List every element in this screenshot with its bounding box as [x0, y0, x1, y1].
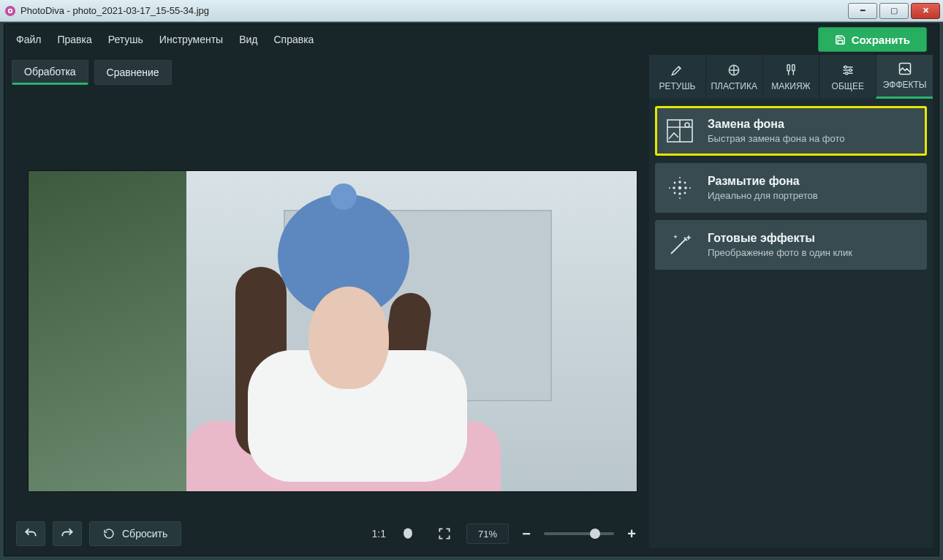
minimize-button[interactable]: ━	[848, 3, 877, 19]
sliders-icon	[841, 63, 855, 77]
svg-point-24	[679, 177, 681, 178]
menu-view[interactable]: Вид	[239, 34, 257, 45]
svg-point-21	[684, 192, 686, 194]
effects-icon	[898, 61, 912, 76]
effect-title: Размытие фона	[708, 175, 818, 188]
menu-help[interactable]: Справка	[273, 34, 314, 45]
blur-bg-icon	[665, 173, 694, 203]
makeup-icon	[784, 63, 798, 77]
tab-makeup-label: МАКИЯЖ	[771, 81, 810, 91]
svg-point-8	[849, 69, 851, 71]
svg-point-17	[678, 192, 681, 195]
undo-icon	[23, 526, 38, 541]
canvas-area[interactable]	[12, 99, 646, 515]
fullscreen-icon	[437, 526, 452, 541]
photo-canvas[interactable]	[28, 170, 637, 492]
zoom-out-button[interactable]: −	[516, 521, 537, 546]
svg-point-13	[678, 186, 681, 189]
svg-rect-6	[792, 64, 795, 70]
svg-point-14	[673, 186, 675, 189]
svg-point-12	[685, 123, 689, 127]
bottom-toolbar: Сбросить 1:1 71% − +	[12, 518, 646, 550]
window-titlebar: PhotoDiva - photo_2021-03-17_15-55-34.jp…	[0, 0, 943, 22]
svg-point-20	[674, 192, 676, 194]
svg-point-22	[669, 187, 670, 189]
zoom-in-button[interactable]: +	[621, 521, 642, 546]
tab-retouch-label: РЕТУШЬ	[659, 81, 695, 91]
save-button-label: Сохранить	[852, 34, 910, 46]
menu-file[interactable]: Файл	[16, 34, 41, 45]
window-title: PhotoDiva - photo_2021-03-17_15-55-34.jp…	[20, 5, 209, 16]
menu-retouch[interactable]: Ретушь	[108, 34, 143, 45]
retouch-icon	[670, 63, 684, 77]
effect-subtitle: Идеально для портретов	[708, 190, 818, 201]
plus-icon: +	[627, 526, 636, 542]
save-button[interactable]: Сохранить	[818, 27, 927, 52]
zoom-slider[interactable]	[544, 532, 614, 535]
menu-edit[interactable]: Правка	[57, 34, 91, 45]
minus-icon: −	[522, 526, 531, 542]
menubar: Файл Правка Ретушь Инструменты Вид Справ…	[4, 24, 939, 55]
fit-screen-button[interactable]	[430, 521, 459, 546]
svg-rect-5	[787, 64, 789, 70]
tab-general[interactable]: ОБЩЕЕ	[819, 55, 876, 99]
mode-compare[interactable]: Сравнение	[94, 60, 172, 85]
svg-point-23	[689, 187, 691, 189]
effect-title: Замена фона	[708, 118, 844, 131]
svg-point-2	[10, 10, 12, 12]
redo-icon	[60, 526, 75, 541]
face-icon	[401, 526, 415, 541]
zoom-slider-knob[interactable]	[590, 529, 600, 539]
tool-tabs: РЕТУШЬ ПЛАСТИКА МАКИЯЖ ОБЩЕЕ ЭФФЕКТЫ	[649, 55, 933, 99]
maximize-button[interactable]: ▢	[879, 3, 909, 19]
svg-point-15	[684, 186, 687, 189]
svg-point-25	[679, 197, 681, 199]
svg-point-16	[678, 181, 681, 183]
close-button[interactable]: ✕	[911, 3, 940, 19]
effect-replace-bg[interactable]: Замена фона Быстрая замена фона на фото	[655, 106, 927, 156]
effect-title: Готовые эффекты	[708, 232, 852, 245]
tab-effects-label: ЭФФЕКТЫ	[883, 80, 927, 90]
save-icon	[835, 34, 846, 45]
mode-process[interactable]: Обработка	[12, 60, 88, 85]
tab-general-label: ОБЩЕЕ	[832, 81, 864, 91]
effect-presets[interactable]: Готовые эффекты Преображение фото в один…	[655, 220, 927, 270]
svg-point-7	[844, 66, 847, 68]
tab-makeup[interactable]: МАКИЯЖ	[762, 55, 819, 99]
zoom-percent[interactable]: 71%	[466, 523, 509, 544]
replace-bg-icon	[665, 116, 694, 145]
menu-tools[interactable]: Инструменты	[159, 34, 223, 45]
reset-button-label: Сбросить	[122, 528, 167, 540]
tab-plastic[interactable]: ПЛАСТИКА	[705, 55, 762, 99]
undo-button[interactable]	[16, 521, 45, 546]
effects-panel: Замена фона Быстрая замена фона на фото …	[649, 99, 933, 548]
zoom-ratio-label[interactable]: 1:1	[372, 528, 386, 540]
magic-wand-icon	[665, 230, 694, 260]
tab-effects[interactable]: ЭФФЕКТЫ	[876, 55, 933, 99]
svg-point-18	[674, 182, 676, 184]
tab-plastic-label: ПЛАСТИКА	[711, 81, 757, 91]
reset-icon	[103, 528, 115, 540]
svg-point-19	[684, 182, 686, 184]
effect-subtitle: Преображение фото в один клик	[708, 247, 852, 258]
app-icon	[4, 5, 16, 17]
effect-subtitle: Быстрая замена фона на фото	[708, 133, 844, 144]
svg-rect-10	[899, 64, 910, 75]
plastic-icon	[727, 63, 741, 77]
reset-button[interactable]: Сбросить	[89, 521, 181, 546]
svg-point-9	[845, 72, 847, 74]
app-frame: Файл Правка Ретушь Инструменты Вид Справ…	[4, 23, 939, 556]
tab-retouch[interactable]: РЕТУШЬ	[649, 55, 705, 99]
effect-blur-bg[interactable]: Размытие фона Идеально для портретов	[655, 163, 927, 213]
redo-button[interactable]	[53, 521, 82, 546]
face-detect-button[interactable]	[393, 521, 423, 546]
